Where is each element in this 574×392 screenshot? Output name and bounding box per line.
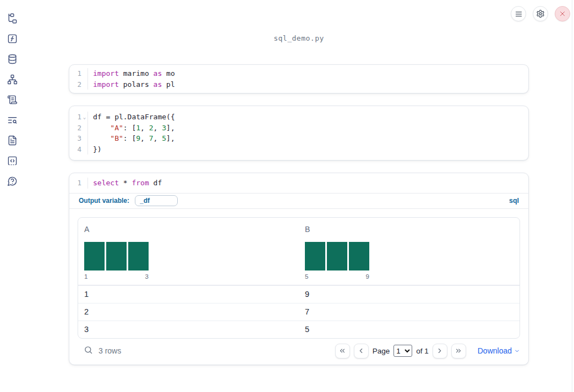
next-page-button[interactable]	[433, 344, 447, 358]
previous-page-button[interactable]	[354, 344, 369, 358]
fold-toggle-icon[interactable]: ⌄	[81, 112, 88, 123]
line-number: 1	[69, 112, 81, 123]
chevrons-right-icon	[455, 347, 462, 355]
sidebar	[0, 0, 24, 392]
code-editor[interactable]: 1 select * from df	[69, 173, 528, 193]
close-x-icon	[559, 10, 566, 17]
table-row: 1 9	[78, 285, 520, 303]
shutdown-button[interactable]	[555, 6, 570, 21]
notebook-filename: sql_demo.py	[69, 34, 529, 42]
last-page-button[interactable]	[451, 344, 466, 358]
sidebar-item-documentation[interactable]	[7, 135, 18, 146]
text-search-icon	[7, 115, 18, 125]
sidebar-item-dependencies[interactable]	[7, 74, 18, 85]
sql-cell: 1 select * from df Output variable: sql …	[69, 173, 529, 365]
column-header-b[interactable]: B 5 9	[299, 218, 520, 285]
code-line: 1 import marimo as mo	[69, 68, 528, 79]
code-token: 9	[136, 134, 140, 142]
code-text: df = pl.DataFrame({	[88, 112, 528, 123]
line-number: 1	[69, 178, 81, 189]
bin-max-label: 3	[145, 273, 149, 280]
scroll-text-icon	[7, 95, 18, 105]
sidebar-item-logs[interactable]	[7, 95, 18, 105]
help-bubble-icon	[7, 176, 18, 186]
code-token: as	[154, 80, 162, 89]
page-label: Page	[373, 347, 390, 355]
cell-value: 3	[78, 325, 299, 334]
code-token: pl	[162, 80, 174, 89]
code-token: from	[132, 179, 149, 187]
page-select[interactable]: 1	[393, 345, 412, 357]
column-name: A	[84, 224, 299, 234]
code-token: ,	[154, 124, 162, 132]
code-editor[interactable]: 1 ⌄ df = pl.DataFrame({ 2 "A": [1, 2, 3]…	[69, 106, 528, 160]
fold-gutter	[81, 123, 88, 134]
search-button[interactable]	[83, 345, 94, 356]
fold-gutter	[81, 178, 88, 189]
sidebar-item-functions[interactable]	[7, 34, 18, 44]
chevron-down-icon	[514, 348, 520, 354]
cell-value: 1	[78, 290, 299, 299]
column-header-a[interactable]: A 1 3	[78, 218, 299, 285]
sidebar-item-file-tree[interactable]	[7, 13, 18, 24]
column-name: B	[305, 224, 520, 234]
chevron-left-icon	[357, 347, 365, 355]
histogram-bar	[327, 242, 347, 270]
line-number: 2	[69, 123, 81, 134]
table-row: 3 5	[78, 321, 520, 338]
pagination: Page 1 of 1	[335, 344, 520, 358]
code-token: 7	[149, 134, 154, 142]
code-cell-imports: 1 import marimo as mo 2 import polars as…	[69, 64, 529, 93]
file-text-icon	[7, 135, 18, 146]
sidebar-item-datasources[interactable]	[7, 54, 18, 64]
code-token: : [	[123, 124, 136, 132]
output-variable-input[interactable]	[135, 195, 178, 206]
fold-gutter	[81, 79, 88, 90]
notebook: sql_demo.py 1 import marimo as mo 2 impo…	[69, 0, 529, 365]
code-line: 2 import polars as pl	[69, 79, 528, 90]
settings-button[interactable]	[533, 6, 548, 21]
download-button[interactable]: Download	[478, 346, 520, 355]
code-token: 5	[162, 134, 166, 142]
code-token: "B"	[110, 134, 123, 142]
histogram-bar	[106, 242, 127, 270]
network-icon	[7, 74, 18, 85]
code-line: 3 "B": [9, 7, 5],	[69, 133, 528, 144]
code-token: as	[154, 69, 162, 78]
code-token: mo	[162, 69, 174, 78]
code-token: select	[93, 179, 119, 187]
cell-value: 5	[299, 325, 520, 334]
language-badge: sql	[509, 197, 519, 205]
code-text: select * from df	[88, 178, 528, 189]
code-token: df = pl.DataFrame({	[93, 113, 175, 121]
table-footer: 3 rows Page 1	[78, 344, 520, 358]
code-token: import	[93, 80, 119, 89]
fold-gutter	[81, 133, 88, 144]
code-token: 1	[136, 124, 140, 132]
output-variable-label: Output variable:	[79, 197, 129, 205]
histogram-bar	[305, 242, 325, 270]
bin-max-label: 9	[366, 273, 369, 280]
histogram-axis-labels: 5 9	[305, 273, 369, 280]
code-token: import	[93, 69, 119, 78]
sidebar-item-snippets[interactable]	[7, 156, 18, 166]
row-count: 3 rows	[99, 346, 121, 355]
code-editor[interactable]: 1 import marimo as mo 2 import polars as…	[69, 65, 528, 93]
code-token: ,	[140, 134, 149, 142]
code-line: 2 "A": [1, 2, 3],	[69, 123, 528, 134]
first-page-button[interactable]	[335, 344, 350, 358]
code-token: : [	[123, 134, 136, 142]
code-token: 3	[162, 124, 166, 132]
dataframe-table: A 1 3 B	[78, 217, 520, 339]
code-token: df	[149, 179, 162, 187]
scrollbar-track	[572, 0, 572, 392]
code-token: *	[119, 179, 132, 187]
bin-min-label: 1	[84, 273, 88, 280]
code-token: "A"	[110, 124, 123, 132]
sidebar-item-outline-search[interactable]	[7, 115, 18, 125]
file-tree-icon	[7, 13, 18, 24]
chevron-right-icon	[436, 347, 444, 355]
cell-value: 2	[78, 307, 299, 316]
histogram-bar	[128, 242, 149, 270]
sidebar-item-help[interactable]	[7, 176, 18, 186]
